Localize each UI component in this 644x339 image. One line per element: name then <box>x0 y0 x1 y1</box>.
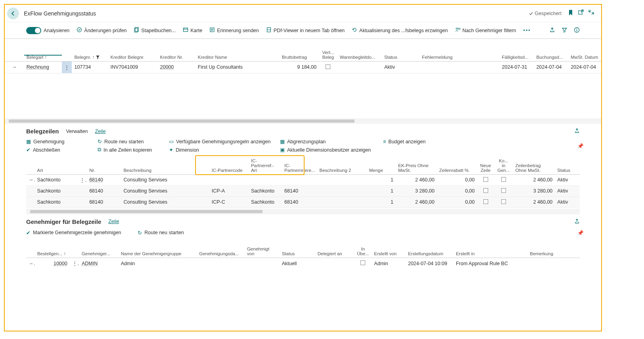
neue-zeile-checkbox[interactable] <box>483 199 488 204</box>
col-kreditor-name[interactable]: Kreditor Name <box>196 39 280 61</box>
col-belegart[interactable]: Belegart ↑ <box>24 39 62 61</box>
belegart-link[interactable]: Rechnung <box>27 64 49 70</box>
regeln-action[interactable]: ▭Verfügbare Genehmigungsregeln anzeigen <box>169 139 280 144</box>
row-menu-button[interactable]: ⋮ <box>62 61 72 73</box>
abschliessen-action[interactable]: ✔Abschließen <box>26 147 98 153</box>
pin-icon2[interactable]: 📌 <box>577 230 584 236</box>
abgrenzung-action[interactable]: ▦Abgrenzungsplan <box>280 139 383 144</box>
col-status[interactable]: Status <box>382 39 420 61</box>
col-faellig[interactable]: Fälligkeitsd... <box>500 39 534 61</box>
horizontal-scrollbar[interactable] <box>5 118 601 124</box>
pdf-viewer-button[interactable]: PDF PDf-Viewer in neuem Tab öffnen <box>263 25 348 35</box>
ac-erstellt-von[interactable]: Erstellt von <box>372 239 406 258</box>
ac-erstellt-in[interactable]: Erstellt in <box>454 239 528 258</box>
line-row[interactable]: Sachkonto 68140 Consulting Servises ICP-… <box>26 196 580 208</box>
lc-status[interactable]: Status <box>555 155 580 174</box>
vert-beleg-checkbox[interactable] <box>326 64 330 69</box>
popout-icon[interactable] <box>578 10 584 17</box>
lc-ko-in-gen[interactable]: Ko... in Gen... <box>494 155 513 174</box>
kopieren-action[interactable]: ⧉In alle Zeilen kopieren <box>98 147 169 153</box>
col-vert-beleg[interactable]: Vert... Beleg <box>319 39 337 61</box>
ac-genehmiger[interactable]: Genehmiger... <box>79 239 119 258</box>
reminder-button[interactable]: Erinnerung senden <box>206 25 262 35</box>
ac-genehmigungsda[interactable]: Genehmigungsda... <box>197 239 245 258</box>
budget-action[interactable]: ≡Budget anzeigen <box>383 139 462 144</box>
lc-ic-partnerref-art[interactable]: IC-Partnerref.-Art <box>249 155 282 174</box>
lc-ic-partnercode[interactable]: IC-Partnercode <box>209 155 249 174</box>
analyze-toggle[interactable] <box>26 27 41 34</box>
filter-icon[interactable] <box>562 27 567 34</box>
neue-zeile-checkbox[interactable] <box>483 188 488 193</box>
col-brutto[interactable]: Bruttobetrag <box>280 39 319 61</box>
col-kreditor-nr[interactable]: Kreditor Nr. <box>157 39 195 61</box>
lc-art[interactable]: Art <box>35 155 78 174</box>
lines-share-icon[interactable] <box>574 128 580 135</box>
ko-in-gen-checkbox[interactable] <box>501 188 506 193</box>
col-buchung[interactable]: Buchungsd... <box>534 39 568 61</box>
lc-ic-partnerrefere[interactable]: IC-Partnerrefere... <box>282 155 317 174</box>
batch-post-button[interactable]: Stapelbuchen... <box>130 25 179 35</box>
route-reset-action2[interactable]: ↻Route neu starten <box>138 230 184 236</box>
lc-ek-preis[interactable]: EK-Preis Ohne MwSt. <box>396 155 437 174</box>
lc-nr[interactable]: Nr. <box>87 155 121 174</box>
in-ube-checkbox[interactable] <box>360 260 365 265</box>
col-fehler[interactable]: Fehlermeldung <box>420 39 499 61</box>
approve-marked-action[interactable]: ✔Markierte Genehmigerzeile genehmigen <box>26 230 121 236</box>
col-mwst-datum[interactable]: MwSt. Datum <box>568 39 601 61</box>
neue-zeile-checkbox[interactable] <box>483 177 488 182</box>
bestellgen-link[interactable]: 10000 <box>54 261 67 266</box>
approver-row-menu[interactable]: ⋮ <box>70 258 79 269</box>
dimension-icon: ✦ <box>169 147 173 153</box>
ac-genehmigt-von[interactable]: Genehmigt von <box>245 239 280 258</box>
lc-beschreibung[interactable]: Beschreibung <box>121 155 209 174</box>
analyze-label: Analysieren <box>44 28 69 33</box>
genehmigung-action[interactable]: ▦Genehmigung <box>26 139 98 144</box>
lc-menge[interactable]: Menge <box>367 155 396 174</box>
collapse-icon[interactable] <box>588 10 594 17</box>
line-nr-link[interactable]: 68140 <box>89 177 103 183</box>
more-actions-button[interactable]: ••• <box>520 26 534 35</box>
batch-icon <box>134 27 139 34</box>
ac-status[interactable]: Status <box>280 239 315 258</box>
force-update-button[interactable]: Aktualisierung des ...fsbelegs erzwingen <box>349 25 451 35</box>
approver-share-icon[interactable] <box>574 218 580 225</box>
lc-neue-zeile[interactable]: Neue Zeile <box>477 155 494 174</box>
ac-in-ube[interactable]: In Übe... <box>354 239 372 258</box>
ac-delegiert[interactable]: Delegiert an <box>315 239 355 258</box>
svg-text:PDF: PDF <box>267 29 271 31</box>
ac-erstellungsdatum[interactable]: Erstellungsdatum <box>406 239 454 258</box>
col-waren[interactable]: Warenbegleitdo... <box>337 39 382 61</box>
lc-zeilenbetrag[interactable]: Zeilenbetrag Ohne MwSt. <box>513 155 555 174</box>
ko-in-gen-checkbox[interactable] <box>501 177 506 182</box>
lc-zeilenrabatt[interactable]: Zeilenrabatt % <box>437 155 477 174</box>
ac-name[interactable]: Name der Genehmigergruppe <box>119 239 197 258</box>
lines-horizontal-scrollbar[interactable] <box>26 209 580 214</box>
bookmark-icon[interactable] <box>568 10 573 17</box>
tab-approver-zeile[interactable]: Zeile <box>108 219 119 224</box>
ac-bestellgen[interactable]: Bestellgen... ↑ <box>35 239 70 258</box>
share-icon[interactable] <box>549 27 555 34</box>
col-kreditor-belegnr[interactable]: Kreditor Belegnr. <box>108 39 158 61</box>
back-button[interactable] <box>7 8 19 19</box>
info-icon[interactable] <box>574 27 580 34</box>
check-changes-button[interactable]: Änderungen prüfen <box>73 25 130 35</box>
dimension-owner-action[interactable]: ▣Aktuelle Dimensionsbesitzer anzeigen <box>280 147 383 153</box>
tab-verwalten[interactable]: Verwalten <box>66 129 88 134</box>
tab-zeile[interactable]: Zeile <box>95 129 105 134</box>
line-row[interactable]: → Sachkonto ⋮ 68140 Consulting Servises … <box>26 174 580 185</box>
ac-bemerkung[interactable]: Bemerkung <box>527 239 580 258</box>
doc-row[interactable]: → Rechnung ⋮ 107734 INV7041009 20000 Fir… <box>5 61 601 73</box>
genehmiger-link[interactable]: ADMIN <box>82 261 98 266</box>
kreditor-nr-link[interactable]: 20000 <box>160 64 174 70</box>
ko-in-gen-checkbox[interactable] <box>501 199 506 204</box>
dimension-action[interactable]: ✦Dimension <box>169 147 280 153</box>
card-button[interactable]: Karte <box>180 25 205 35</box>
approver-row[interactable]: → 10000 ⋮ ADMIN Admin Aktuell Admin 2024… <box>26 258 580 269</box>
pin-icon[interactable]: 📌 <box>577 143 584 149</box>
route-reset-action[interactable]: ↻Route neu starten <box>98 139 169 144</box>
filter-approver-button[interactable]: Nach Genehmiger filtern <box>452 25 519 35</box>
lc-beschreibung2[interactable]: Beschreibung 2 <box>317 155 367 174</box>
col-belegnr[interactable]: Belegnr. ↑ <box>72 39 108 61</box>
line-row[interactable]: Sachkonto 68140 Consulting Servises ICP-… <box>26 185 580 196</box>
line-row-menu[interactable]: ⋮ <box>77 174 87 185</box>
